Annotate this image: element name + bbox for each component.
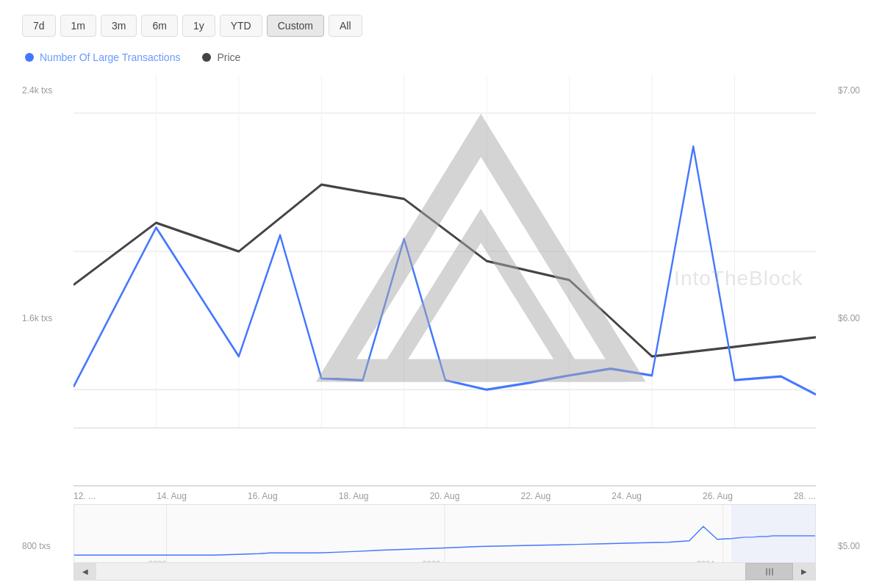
btn-custom[interactable]: Custom [267,15,324,37]
mini-chart[interactable]: 2020 2022 2024 [74,504,816,563]
chart-legend: Number Of Large Transactions Price [22,51,860,63]
x-label-6: 24. Aug [612,491,642,501]
y-label-left-top: 2.4k txs [22,85,69,96]
y-label-left-bot: 800 txs [22,541,69,551]
scroll-left-btn[interactable]: ◀ [74,563,96,581]
y-label-right-bot: $5.00 [820,541,860,551]
legend-label-transactions: Number Of Large Transactions [40,51,180,63]
time-range-bar: 7d 1m 3m 6m 1y YTD Custom All [22,15,860,37]
y-label-right-top: $7.00 [820,85,860,96]
btn-all[interactable]: All [329,15,362,37]
x-label-2: 16. Aug [248,491,278,501]
legend-dot-price [202,53,211,62]
btn-7d[interactable]: 7d [22,15,56,37]
y-label-left-mid: 1.6k txs [22,313,69,323]
btn-1m[interactable]: 1m [60,15,96,37]
legend-dot-transactions [25,53,34,62]
scroll-thumb-handle [766,568,773,576]
scroll-right-btn[interactable]: ▶ [793,563,815,581]
btn-6m[interactable]: 6m [141,15,177,37]
x-label-4: 20. Aug [430,491,460,501]
scroll-thumb[interactable] [745,563,793,580]
dashboard-container: 7d 1m 3m 6m 1y YTD Custom All Number Of … [0,0,882,588]
svg-rect-18 [731,505,815,562]
btn-1y[interactable]: 1y [182,15,215,37]
chart-wrapper: 2.4k txs 1.6k txs 800 txs IntoTheBlock [22,75,860,581]
scroll-thumb-line-1 [766,568,767,576]
legend-label-price: Price [217,51,240,63]
btn-3m[interactable]: 3m [101,15,137,37]
scrollbar[interactable]: ◀ ▶ [74,563,816,581]
scroll-thumb-line-3 [772,568,773,576]
legend-transactions: Number Of Large Transactions [25,51,180,63]
btn-ytd[interactable]: YTD [220,15,262,37]
scroll-thumb-line-2 [769,568,770,576]
x-label-7: 26. Aug [703,491,733,501]
y-label-right-mid: $6.00 [820,313,860,323]
chart-svg [74,75,816,485]
legend-price: Price [202,51,240,63]
main-chart[interactable]: IntoTheBlock [74,75,816,486]
mini-chart-svg [74,505,815,562]
x-label-8: 28. ... [794,491,816,501]
x-label-3: 18. Aug [339,491,369,501]
scroll-track[interactable] [96,563,793,580]
x-label-5: 22. Aug [520,491,551,501]
x-label-0: 12. ... [74,491,96,501]
x-label-1: 14. Aug [157,491,187,501]
